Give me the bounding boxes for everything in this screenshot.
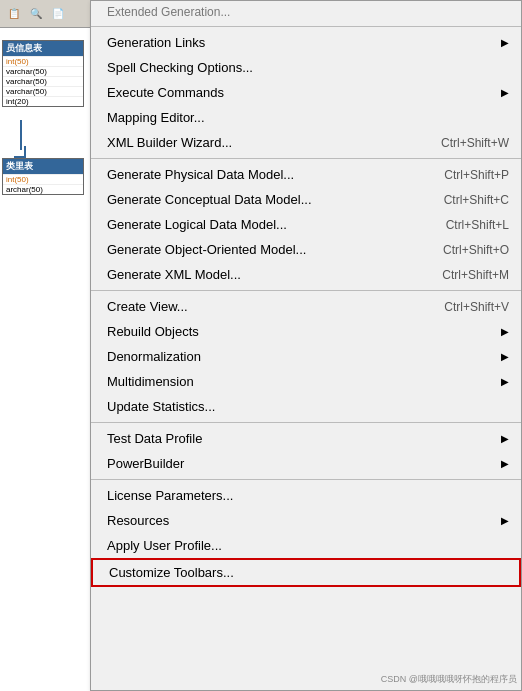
menu-item-test-data-profile[interactable]: Test Data Profile▶ xyxy=(91,426,521,451)
menu-item-spell-checking[interactable]: Spell Checking Options... xyxy=(91,55,521,80)
table-row: varchar(50) xyxy=(3,76,83,86)
watermark: CSDN @哦哦哦哦呀怀抱的程序员 xyxy=(381,673,517,686)
menu-item-label-test-data-profile: Test Data Profile xyxy=(107,431,493,446)
menu-item-denormalization[interactable]: Denormalization▶ xyxy=(91,344,521,369)
menu-item-label-update-statistics: Update Statistics... xyxy=(107,399,509,414)
menu-item-arrow-multidimension: ▶ xyxy=(501,376,509,387)
table-row: archar(50) xyxy=(3,184,83,194)
menu-item-label-gen-object: Generate Object-Oriented Model... xyxy=(107,242,423,257)
menu-item-label-resources: Resources xyxy=(107,513,493,528)
menu-item-label-license-params: License Parameters... xyxy=(107,488,509,503)
menu-item-mapping-editor[interactable]: Mapping Editor... xyxy=(91,105,521,130)
menu-item-arrow-denormalization: ▶ xyxy=(501,351,509,362)
separator xyxy=(91,290,521,291)
menu-item-arrow-test-data-profile: ▶ xyxy=(501,433,509,444)
separator xyxy=(91,158,521,159)
menu-item-arrow-resources: ▶ xyxy=(501,515,509,526)
table-row: int(50) xyxy=(3,56,83,66)
menu-item-label-mapping-editor: Mapping Editor... xyxy=(107,110,509,125)
menu-item-label-gen-physical: Generate Physical Data Model... xyxy=(107,167,424,182)
table-row: int(20) xyxy=(3,96,83,106)
menu-item-label-multidimension: Multidimension xyxy=(107,374,493,389)
menu-item-label-xml-builder-wizard: XML Builder Wizard... xyxy=(107,135,421,150)
table-employee[interactable]: 员信息表 int(50) varchar(50) varchar(50) var… xyxy=(2,40,84,107)
menu-item-label-execute-commands: Execute Commands xyxy=(107,85,493,100)
menu-item-label-create-view: Create View... xyxy=(107,299,424,314)
menu-item-shortcut-gen-logical: Ctrl+Shift+L xyxy=(446,218,509,232)
menu-item-shortcut-gen-xml: Ctrl+Shift+M xyxy=(442,268,509,282)
table-class-header: 类里表 xyxy=(3,159,83,174)
menu-item-shortcut-create-view: Ctrl+Shift+V xyxy=(444,300,509,314)
menu-item-generation-links[interactable]: Generation Links▶ xyxy=(91,30,521,55)
menu-item-gen-logical[interactable]: Generate Logical Data Model...Ctrl+Shift… xyxy=(91,212,521,237)
menu-item-label-spell-checking: Spell Checking Options... xyxy=(107,60,509,75)
menu-item-truncated: Extended Generation... xyxy=(91,1,521,23)
menu-item-arrow-generation-links: ▶ xyxy=(501,37,509,48)
toolbar-btn-2[interactable]: 🔍 xyxy=(26,4,46,24)
menu-item-resources[interactable]: Resources▶ xyxy=(91,508,521,533)
menu-item-arrow-execute-commands: ▶ xyxy=(501,87,509,98)
menu-item-update-statistics[interactable]: Update Statistics... xyxy=(91,394,521,419)
menu-item-arrow-rebuild-objects: ▶ xyxy=(501,326,509,337)
menu-item-gen-object[interactable]: Generate Object-Oriented Model...Ctrl+Sh… xyxy=(91,237,521,262)
menu-item-gen-physical[interactable]: Generate Physical Data Model...Ctrl+Shif… xyxy=(91,162,521,187)
table-row: varchar(50) xyxy=(3,66,83,76)
menu-item-label-denormalization: Denormalization xyxy=(107,349,493,364)
separator xyxy=(91,479,521,480)
menu-item-shortcut-gen-object: Ctrl+Shift+O xyxy=(443,243,509,257)
diagram-area: 员信息表 int(50) varchar(50) varchar(50) var… xyxy=(0,28,90,691)
menu-item-powerbuilder[interactable]: PowerBuilder▶ xyxy=(91,451,521,476)
toolbar-btn-1[interactable]: 📋 xyxy=(4,4,24,24)
menu-item-rebuild-objects[interactable]: Rebuild Objects▶ xyxy=(91,319,521,344)
menu-item-customize-toolbars[interactable]: Customize Toolbars... xyxy=(91,558,521,587)
menu-item-create-view[interactable]: Create View...Ctrl+Shift+V xyxy=(91,294,521,319)
menu-item-label-generation-links: Generation Links xyxy=(107,35,493,50)
menu-item-label-apply-user-profile: Apply User Profile... xyxy=(107,538,509,553)
table-employee-header: 员信息表 xyxy=(3,41,83,56)
menu-item-label-rebuild-objects: Rebuild Objects xyxy=(107,324,493,339)
toolbar-strip: 📋 🔍 📄 xyxy=(0,0,90,28)
menu-item-label-customize-toolbars: Customize Toolbars... xyxy=(109,565,507,580)
menu-item-gen-conceptual[interactable]: Generate Conceptual Data Model...Ctrl+Sh… xyxy=(91,187,521,212)
toolbar-btn-3[interactable]: 📄 xyxy=(48,4,68,24)
menu-item-label-gen-xml: Generate XML Model... xyxy=(107,267,422,282)
separator xyxy=(91,26,521,27)
menu-item-xml-builder-wizard[interactable]: XML Builder Wizard...Ctrl+Shift+W xyxy=(91,130,521,155)
menu-item-apply-user-profile[interactable]: Apply User Profile... xyxy=(91,533,521,558)
separator xyxy=(91,422,521,423)
table-row: varchar(50) xyxy=(3,86,83,96)
menu-item-license-params[interactable]: License Parameters... xyxy=(91,483,521,508)
menu-item-execute-commands[interactable]: Execute Commands▶ xyxy=(91,80,521,105)
connector-arrow xyxy=(14,146,26,158)
menu-item-gen-xml[interactable]: Generate XML Model...Ctrl+Shift+M xyxy=(91,262,521,287)
menu-item-label-powerbuilder: PowerBuilder xyxy=(107,456,493,471)
menu-item-shortcut-xml-builder-wizard: Ctrl+Shift+W xyxy=(441,136,509,150)
menu-item-shortcut-gen-conceptual: Ctrl+Shift+C xyxy=(444,193,509,207)
tools-menu: Extended Generation... Generation Links▶… xyxy=(90,0,522,691)
table-row: int(50) xyxy=(3,174,83,184)
menu-item-label-gen-logical: Generate Logical Data Model... xyxy=(107,217,426,232)
table-class[interactable]: 类里表 int(50) archar(50) xyxy=(2,158,84,195)
menu-item-multidimension[interactable]: Multidimension▶ xyxy=(91,369,521,394)
left-panel: 📋 🔍 📄 员信息表 int(50) varchar(50) varchar(5… xyxy=(0,0,90,691)
menu-item-shortcut-gen-physical: Ctrl+Shift+P xyxy=(444,168,509,182)
menu-item-label-gen-conceptual: Generate Conceptual Data Model... xyxy=(107,192,424,207)
menu-item-arrow-powerbuilder: ▶ xyxy=(501,458,509,469)
